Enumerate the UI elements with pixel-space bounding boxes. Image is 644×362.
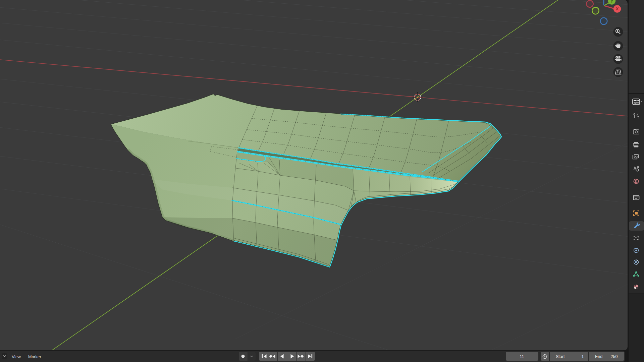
svg-text:Start: Start [556,354,565,359]
svg-text:250: 250 [611,354,618,359]
svg-text:11: 11 [520,354,524,359]
svg-text:1: 1 [582,354,584,359]
svg-text:End: End [595,354,602,359]
